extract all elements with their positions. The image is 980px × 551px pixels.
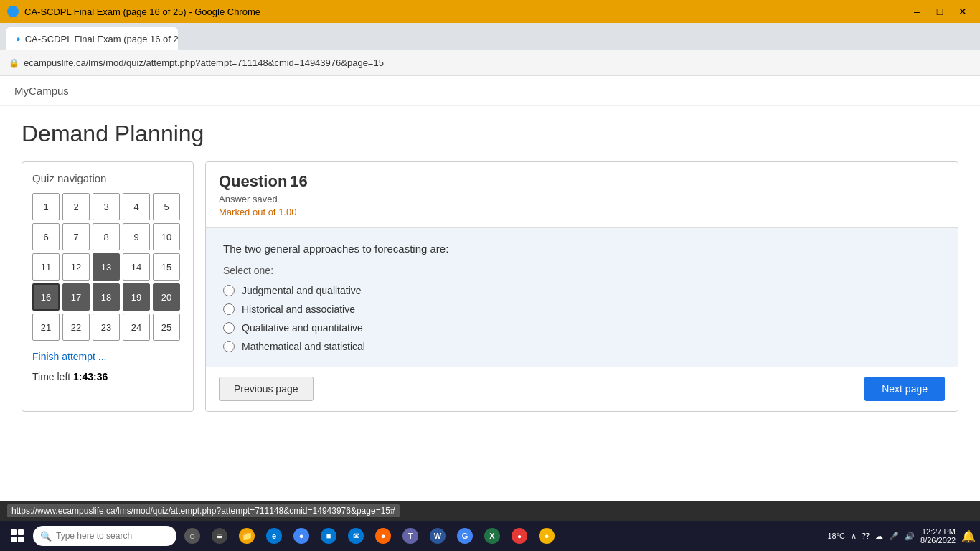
chrome-icon [7, 6, 19, 17]
answer-saved: Answer saved [219, 194, 945, 204]
question-header: Question 16 Answer saved Marked out of 1… [206, 162, 958, 228]
question-label: Question [219, 172, 287, 190]
nav-btn-2[interactable]: 2 [62, 193, 90, 220]
word-icon: W [430, 528, 446, 544]
quiz-navigation: Quiz navigation 1 2 3 4 5 6 7 8 9 10 11 … [22, 161, 194, 412]
option-label-2[interactable]: Historical and associative [242, 303, 355, 315]
taskbar-icon-excel[interactable]: X [479, 523, 505, 549]
teams-icon: T [402, 528, 418, 544]
nav-btn-7[interactable]: 7 [62, 223, 90, 250]
nav-btn-23[interactable]: 23 [93, 314, 120, 341]
nav-btn-20[interactable]: 20 [153, 283, 180, 311]
nav-btn-6[interactable]: 6 [32, 223, 60, 250]
time-left-value: 1:43:36 [73, 371, 108, 382]
explorer-icon: 📁 [239, 528, 255, 544]
nav-btn-9[interactable]: 9 [123, 223, 150, 250]
taskbar-icon-apps[interactable]: ≡ [207, 523, 232, 549]
taskbar-icon-cortana[interactable]: ○ [179, 523, 205, 549]
chrome-taskbar-icon: ● [293, 528, 309, 544]
mail-icon: ✉ [348, 528, 364, 544]
taskbar-icon-word[interactable]: W [425, 523, 451, 549]
option-radio-2[interactable] [223, 303, 235, 315]
nav-btn-19[interactable]: 19 [123, 283, 150, 311]
browser-tabs: ● CA-SCDPL Final Exam (page 16 of 25) - … [0, 23, 980, 50]
taskbar-icon-edge[interactable]: e [261, 523, 287, 549]
option-label-4[interactable]: Mathematical and statistical [242, 341, 365, 352]
nav-btn-5[interactable]: 5 [153, 193, 180, 220]
store-icon: ■ [321, 528, 336, 544]
navbar: MyCampus [0, 76, 980, 106]
taskbar: 🔍 Type here to search ○ ≡ 📁 e ● ■ ✉ ● T [0, 521, 980, 551]
option-radio-3[interactable] [223, 322, 235, 334]
option-label-3[interactable]: Qualitative and quantitative [242, 322, 363, 334]
notification-icon[interactable]: 🔔 [961, 529, 976, 543]
nav-buttons: Previous page Next page [206, 367, 958, 411]
marked-out: Marked out of 1.00 [219, 207, 945, 217]
previous-page-button[interactable]: Previous page [219, 377, 314, 401]
windows-icon [11, 529, 24, 542]
option-item-1: Judgmental and qualitative [223, 285, 941, 296]
brand-name[interactable]: MyCampus [14, 85, 69, 97]
nav-btn-10[interactable]: 10 [153, 223, 180, 250]
google-icon: G [457, 528, 473, 544]
active-tab[interactable]: ● CA-SCDPL Final Exam (page 16 of 25) - … [6, 27, 178, 50]
nav-btn-22[interactable]: 22 [62, 314, 90, 341]
wifi-icon: ⁇ [862, 532, 870, 541]
temperature: 18°C [827, 532, 845, 540]
minimize-button[interactable]: – [907, 4, 927, 19]
taskbar-icon-store[interactable]: ■ [316, 523, 341, 549]
lock-icon: 🔒 [9, 58, 19, 68]
taskbar-icon-mail[interactable]: ✉ [343, 523, 369, 549]
nav-btn-24[interactable]: 24 [123, 314, 150, 341]
red-icon: ● [512, 528, 527, 544]
taskbar-search[interactable]: 🔍 Type here to search [33, 526, 176, 546]
maximize-button[interactable]: □ [930, 4, 950, 19]
excel-icon: X [484, 528, 500, 544]
mic-icon: 🎤 [889, 532, 899, 541]
nav-btn-15[interactable]: 15 [153, 253, 180, 281]
nav-btn-3[interactable]: 3 [93, 193, 120, 220]
edge-icon: e [266, 528, 282, 544]
taskbar-icon-teams[interactable]: T [397, 523, 423, 549]
nav-btn-21[interactable]: 21 [32, 314, 60, 341]
finish-attempt-link[interactable]: Finish attempt ... [32, 351, 183, 362]
marked-out-label: Marked out of [219, 207, 276, 217]
taskbar-icon-yellow[interactable]: ● [534, 523, 560, 549]
taskbar-icon-firefox[interactable]: ● [370, 523, 396, 549]
option-item-4: Mathematical and statistical [223, 341, 941, 352]
taskbar-icon-red[interactable]: ● [507, 523, 532, 549]
nav-btn-8[interactable]: 8 [93, 223, 120, 250]
page-title: Demand Planning [22, 121, 958, 147]
nav-btn-12[interactable]: 12 [62, 253, 90, 281]
option-radio-4[interactable] [223, 341, 235, 352]
nav-btn-18[interactable]: 18 [93, 283, 120, 311]
taskbar-icon-g[interactable]: G [452, 523, 478, 549]
nav-btn-16[interactable]: 16 [32, 283, 60, 311]
option-item-2: Historical and associative [223, 303, 941, 315]
question-number-label: Question 16 [219, 172, 945, 191]
start-button[interactable] [4, 523, 30, 549]
question-text: The two general approaches to forecastin… [223, 242, 941, 255]
option-radio-1[interactable] [223, 285, 235, 296]
nav-btn-13[interactable]: 13 [93, 253, 120, 281]
nav-btn-25[interactable]: 25 [153, 314, 180, 341]
option-label-1[interactable]: Judgmental and qualitative [242, 285, 362, 296]
taskbar-icon-chrome[interactable]: ● [288, 523, 314, 549]
time-left: Time left 1:43:36 [32, 371, 183, 382]
nav-btn-14[interactable]: 14 [123, 253, 150, 281]
close-button[interactable]: ✕ [953, 4, 973, 19]
nav-btn-17[interactable]: 17 [62, 283, 90, 311]
nav-btn-1[interactable]: 1 [32, 193, 60, 220]
nav-btn-11[interactable]: 11 [32, 253, 60, 281]
url-display[interactable]: ecampuslife.ca/lms/mod/quiz/attempt.php?… [24, 57, 384, 68]
apps-icon: ≡ [212, 528, 227, 544]
speaker-icon: 🔊 [905, 532, 915, 541]
taskbar-icon-explorer[interactable]: 📁 [234, 523, 260, 549]
nav-btn-4[interactable]: 4 [123, 193, 150, 220]
question-number: 16 [290, 172, 307, 190]
main-content: Demand Planning Quiz navigation 1 2 3 4 … [0, 106, 980, 521]
next-page-button[interactable]: Next page [864, 377, 945, 401]
titlebar-left: CA-SCDPL Final Exam (page 16 of 25) - Go… [7, 6, 260, 17]
titlebar-controls: – □ ✕ [907, 4, 973, 19]
clock-date: 8/26/2022 [920, 536, 956, 545]
